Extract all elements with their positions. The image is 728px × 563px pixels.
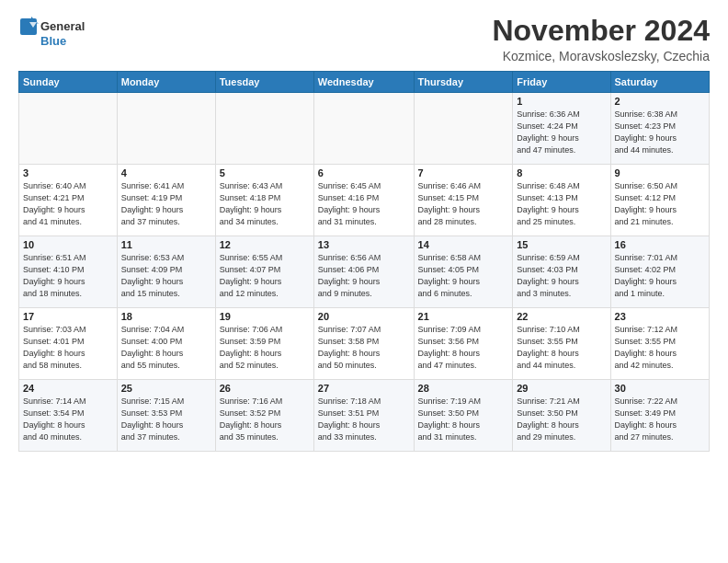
day-info: Sunrise: 6:43 AM Sunset: 4:18 PM Dayligh… (220, 180, 310, 228)
day-info: Sunrise: 6:53 AM Sunset: 4:09 PM Dayligh… (121, 252, 211, 300)
day-info: Sunrise: 7:18 AM Sunset: 3:51 PM Dayligh… (318, 396, 410, 443)
week-row-1: 1Sunrise: 6:36 AM Sunset: 4:24 PM Daylig… (19, 93, 710, 165)
day-info: Sunrise: 7:09 AM Sunset: 3:56 PM Dayligh… (418, 324, 509, 372)
day-number: 17 (23, 311, 113, 322)
title-area: November 2024 Kozmice, Moravskoslezsky, … (492, 15, 710, 63)
day-info: Sunrise: 7:07 AM Sunset: 3:58 PM Dayligh… (318, 324, 410, 372)
day-number: 23 (615, 311, 705, 322)
svg-text:Blue: Blue (40, 34, 66, 48)
day-number: 21 (418, 311, 509, 322)
day-number: 6 (318, 167, 410, 178)
day-info: Sunrise: 7:03 AM Sunset: 4:01 PM Dayligh… (23, 324, 113, 372)
day-info: Sunrise: 6:40 AM Sunset: 4:21 PM Dayligh… (23, 180, 113, 228)
day-info: Sunrise: 7:19 AM Sunset: 3:50 PM Dayligh… (418, 396, 509, 443)
day-of-week-thursday: Thursday (414, 72, 513, 93)
day-info: Sunrise: 7:01 AM Sunset: 4:02 PM Dayligh… (615, 252, 705, 300)
day-info: Sunrise: 6:50 AM Sunset: 4:12 PM Dayligh… (615, 180, 705, 228)
week-row-3: 10Sunrise: 6:51 AM Sunset: 4:10 PM Dayli… (19, 236, 710, 308)
day-number: 13 (318, 239, 410, 250)
header: General Blue November 2024 Kozmice, Mora… (18, 15, 710, 63)
svg-text:General: General (40, 19, 85, 33)
day-cell: 25Sunrise: 7:15 AM Sunset: 3:53 PM Dayli… (117, 380, 215, 452)
day-of-week-wednesday: Wednesday (313, 72, 414, 93)
day-info: Sunrise: 6:59 AM Sunset: 4:03 PM Dayligh… (517, 252, 606, 300)
day-cell: 18Sunrise: 7:04 AM Sunset: 4:00 PM Dayli… (117, 308, 215, 380)
day-number: 29 (517, 383, 606, 394)
day-number: 5 (220, 167, 310, 178)
day-cell: 1Sunrise: 6:36 AM Sunset: 4:24 PM Daylig… (513, 93, 610, 165)
day-cell: 9Sunrise: 6:50 AM Sunset: 4:12 PM Daylig… (610, 165, 709, 236)
day-cell: 30Sunrise: 7:22 AM Sunset: 3:49 PM Dayli… (610, 380, 709, 452)
day-number: 15 (517, 239, 606, 250)
day-cell: 13Sunrise: 6:56 AM Sunset: 4:06 PM Dayli… (313, 236, 414, 308)
day-number: 4 (121, 167, 211, 178)
page: General Blue November 2024 Kozmice, Mora… (0, 0, 728, 461)
day-number: 19 (220, 311, 310, 322)
calendar-body: 1Sunrise: 6:36 AM Sunset: 4:24 PM Daylig… (19, 93, 710, 452)
day-cell: 7Sunrise: 6:46 AM Sunset: 4:15 PM Daylig… (414, 165, 513, 236)
day-number: 2 (615, 96, 705, 107)
day-info: Sunrise: 7:16 AM Sunset: 3:52 PM Dayligh… (220, 396, 310, 443)
week-row-2: 3Sunrise: 6:40 AM Sunset: 4:21 PM Daylig… (19, 165, 710, 236)
day-number: 20 (318, 311, 410, 322)
day-number: 10 (23, 239, 113, 250)
day-info: Sunrise: 6:48 AM Sunset: 4:13 PM Dayligh… (517, 180, 606, 228)
day-info: Sunrise: 6:46 AM Sunset: 4:15 PM Dayligh… (418, 180, 509, 228)
day-cell (19, 93, 118, 165)
day-of-week-sunday: Sunday (19, 72, 118, 93)
logo: General Blue (18, 15, 92, 53)
day-cell: 8Sunrise: 6:48 AM Sunset: 4:13 PM Daylig… (513, 165, 610, 236)
day-number: 11 (121, 239, 211, 250)
day-cell (313, 93, 414, 165)
day-info: Sunrise: 7:06 AM Sunset: 3:59 PM Dayligh… (220, 324, 310, 372)
day-info: Sunrise: 7:14 AM Sunset: 3:54 PM Dayligh… (23, 396, 113, 443)
day-of-week-friday: Friday (513, 72, 610, 93)
month-title: November 2024 (492, 15, 710, 47)
day-info: Sunrise: 6:55 AM Sunset: 4:07 PM Dayligh… (220, 252, 310, 300)
day-cell: 11Sunrise: 6:53 AM Sunset: 4:09 PM Dayli… (117, 236, 215, 308)
day-number: 24 (23, 383, 113, 394)
day-cell: 14Sunrise: 6:58 AM Sunset: 4:05 PM Dayli… (414, 236, 513, 308)
day-number: 1 (517, 96, 606, 107)
days-of-week-row: SundayMondayTuesdayWednesdayThursdayFrid… (19, 72, 710, 93)
day-number: 26 (220, 383, 310, 394)
day-cell: 19Sunrise: 7:06 AM Sunset: 3:59 PM Dayli… (215, 308, 313, 380)
day-info: Sunrise: 7:12 AM Sunset: 3:55 PM Dayligh… (615, 324, 705, 372)
day-info: Sunrise: 7:22 AM Sunset: 3:49 PM Dayligh… (615, 396, 705, 443)
day-number: 27 (318, 383, 410, 394)
day-number: 3 (23, 167, 113, 178)
day-cell: 10Sunrise: 6:51 AM Sunset: 4:10 PM Dayli… (19, 236, 118, 308)
day-number: 28 (418, 383, 509, 394)
day-cell: 23Sunrise: 7:12 AM Sunset: 3:55 PM Dayli… (610, 308, 709, 380)
day-cell: 22Sunrise: 7:10 AM Sunset: 3:55 PM Dayli… (513, 308, 610, 380)
day-info: Sunrise: 6:56 AM Sunset: 4:06 PM Dayligh… (318, 252, 410, 300)
day-info: Sunrise: 6:45 AM Sunset: 4:16 PM Dayligh… (318, 180, 410, 228)
day-info: Sunrise: 7:21 AM Sunset: 3:50 PM Dayligh… (517, 396, 606, 443)
day-number: 16 (615, 239, 705, 250)
day-cell: 29Sunrise: 7:21 AM Sunset: 3:50 PM Dayli… (513, 380, 610, 452)
day-cell: 27Sunrise: 7:18 AM Sunset: 3:51 PM Dayli… (313, 380, 414, 452)
day-cell: 20Sunrise: 7:07 AM Sunset: 3:58 PM Dayli… (313, 308, 414, 380)
day-cell: 16Sunrise: 7:01 AM Sunset: 4:02 PM Dayli… (610, 236, 709, 308)
day-info: Sunrise: 6:36 AM Sunset: 4:24 PM Dayligh… (517, 109, 606, 156)
day-cell: 4Sunrise: 6:41 AM Sunset: 4:19 PM Daylig… (117, 165, 215, 236)
day-number: 9 (615, 167, 705, 178)
day-info: Sunrise: 7:15 AM Sunset: 3:53 PM Dayligh… (121, 396, 211, 443)
day-number: 18 (121, 311, 211, 322)
day-number: 8 (517, 167, 606, 178)
day-of-week-saturday: Saturday (610, 72, 709, 93)
calendar-table: SundayMondayTuesdayWednesdayThursdayFrid… (18, 71, 710, 452)
day-cell: 5Sunrise: 6:43 AM Sunset: 4:18 PM Daylig… (215, 165, 313, 236)
day-of-week-monday: Monday (117, 72, 215, 93)
day-cell: 15Sunrise: 6:59 AM Sunset: 4:03 PM Dayli… (513, 236, 610, 308)
day-of-week-tuesday: Tuesday (215, 72, 313, 93)
day-number: 12 (220, 239, 310, 250)
day-cell: 2Sunrise: 6:38 AM Sunset: 4:23 PM Daylig… (610, 93, 709, 165)
logo-svg: General Blue (18, 15, 92, 53)
day-info: Sunrise: 6:51 AM Sunset: 4:10 PM Dayligh… (23, 252, 113, 300)
location-title: Kozmice, Moravskoslezsky, Czechia (492, 49, 710, 63)
week-row-4: 17Sunrise: 7:03 AM Sunset: 4:01 PM Dayli… (19, 308, 710, 380)
day-info: Sunrise: 6:38 AM Sunset: 4:23 PM Dayligh… (615, 109, 705, 156)
day-cell: 3Sunrise: 6:40 AM Sunset: 4:21 PM Daylig… (19, 165, 118, 236)
day-number: 14 (418, 239, 509, 250)
